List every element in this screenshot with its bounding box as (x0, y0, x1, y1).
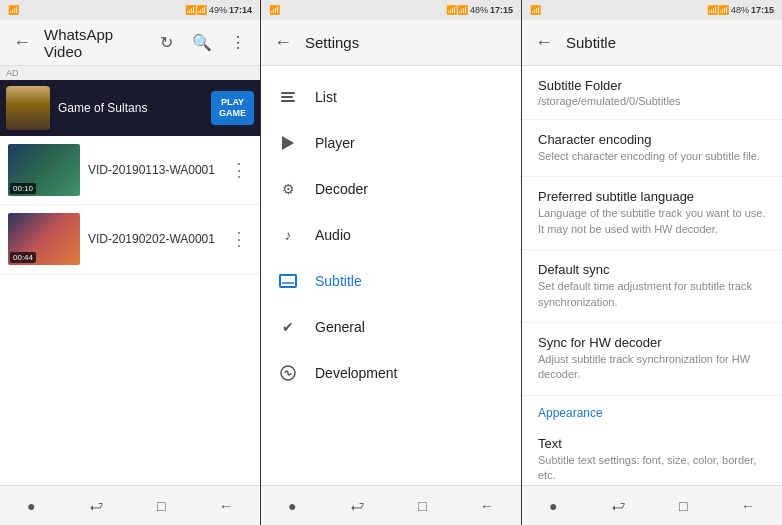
preferred-lang-item[interactable]: Preferred subtitle language Language of … (522, 177, 782, 250)
settings-label-decoder: Decoder (315, 181, 368, 197)
text-title: Text (538, 436, 766, 451)
char-encoding-desc: Select character encoding of your subtit… (538, 149, 766, 164)
subtitle-icon (277, 270, 299, 292)
status-bar-3: 📶 📶📶 48% 17:15 (522, 0, 782, 20)
nav-recent-2[interactable]: ⮐ (342, 490, 372, 522)
subtitle-panel: 📶 📶📶 48% 17:15 ← Subtitle Subtitle Folde… (522, 0, 782, 525)
battery-2: 48% (470, 5, 488, 15)
appearance-header: Appearance (522, 396, 782, 424)
battery-1: 49% (209, 5, 227, 15)
preferred-lang-title: Preferred subtitle language (538, 189, 766, 204)
nav-back-2[interactable]: ← (472, 490, 502, 522)
settings-item-general[interactable]: ✔ General (261, 304, 521, 350)
ad-banner: AD (0, 66, 260, 80)
nav-square-1[interactable]: □ (149, 490, 173, 522)
video-item-1[interactable]: 00:10 VID-20190113-WA0001 ⋮ (0, 136, 260, 205)
text-desc: Subtitle text settings: font, size, colo… (538, 453, 766, 484)
signal-icon-1: 📶📶 (185, 5, 207, 15)
hw-sync-item[interactable]: Sync for HW decoder Adjust subtitle trac… (522, 323, 782, 396)
top-bar-1: ← WhatsApp Video ↻ 🔍 ⋮ (0, 20, 260, 66)
dev-icon (277, 362, 299, 384)
video-more-2[interactable]: ⋮ (226, 224, 252, 254)
music-icon: ♪ (277, 224, 299, 246)
play-game-button[interactable]: PLAYGAME (211, 91, 254, 125)
settings-item-player[interactable]: Player (261, 120, 521, 166)
page-title-1: WhatsApp Video (44, 26, 144, 60)
video-duration-2: 00:44 (10, 252, 36, 263)
status-bar-1: 📶 📶📶 49% 17:14 (0, 0, 260, 20)
game-thumb-image (6, 86, 50, 130)
bottom-nav-3: ● ⮐ □ ← (522, 485, 782, 525)
settings-label-audio: Audio (315, 227, 351, 243)
back-button-1[interactable]: ← (8, 29, 36, 57)
nav-home-1[interactable]: ● (19, 490, 43, 522)
video-name-2: VID-20190202-WA0001 (88, 232, 218, 246)
top-bar-2: ← Settings (261, 20, 521, 66)
game-info: Game of Sultans (58, 101, 203, 115)
page-title-2: Settings (305, 34, 513, 51)
subtitle-folder-title: Subtitle Folder (538, 78, 766, 93)
settings-label-list: List (315, 89, 337, 105)
nav-square-2[interactable]: □ (410, 490, 434, 522)
back-button-3[interactable]: ← (530, 29, 558, 57)
default-sync-title: Default sync (538, 262, 766, 277)
nav-home-3[interactable]: ● (541, 490, 565, 522)
subtitle-folder-item[interactable]: Subtitle Folder /storage/emulated/0/Subt… (522, 66, 782, 120)
text-item[interactable]: Text Subtitle text settings: font, size,… (522, 424, 782, 485)
status-left: 📶 (8, 5, 19, 15)
ad-label: AD (6, 68, 19, 78)
status-right-3: 📶📶 48% 17:15 (707, 5, 774, 15)
more-button-1[interactable]: ⋮ (224, 29, 252, 57)
game-name: Game of Sultans (58, 101, 203, 115)
whatsapp-panel: 📶 📶📶 49% 17:14 ← WhatsApp Video ↻ 🔍 ⋮ AD… (0, 0, 261, 525)
settings-item-list[interactable]: List (261, 74, 521, 120)
nav-back-3[interactable]: ← (733, 490, 763, 522)
settings-label-general: General (315, 319, 365, 335)
video-item-2[interactable]: 00:44 VID-20190202-WA0001 ⋮ (0, 205, 260, 274)
subtitle-folder-value: /storage/emulated/0/Subtitles (538, 95, 766, 107)
hw-sync-desc: Adjust subtitle track synchronization fo… (538, 352, 766, 383)
hw-sync-title: Sync for HW decoder (538, 335, 766, 350)
default-sync-item[interactable]: Default sync Set default time adjustment… (522, 250, 782, 323)
settings-item-audio[interactable]: ♪ Audio (261, 212, 521, 258)
settings-label-player: Player (315, 135, 355, 151)
nav-home-2[interactable]: ● (280, 490, 304, 522)
time-2: 17:15 (490, 5, 513, 15)
char-encoding-item[interactable]: Character encoding Select character enco… (522, 120, 782, 177)
status-right-1: 📶📶 49% 17:14 (185, 5, 252, 15)
check-icon: ✔ (277, 316, 299, 338)
signal-icon-2: 📶📶 (446, 5, 468, 15)
play-icon (277, 132, 299, 154)
settings-label-subtitle: Subtitle (315, 273, 362, 289)
settings-label-development: Development (315, 365, 398, 381)
game-thumbnail (6, 86, 50, 130)
status-right-2: 📶📶 48% 17:15 (446, 5, 513, 15)
page-title-3: Subtitle (566, 34, 774, 51)
settings-item-decoder[interactable]: ⚙ Decoder (261, 166, 521, 212)
preferred-lang-desc: Language of the subtitle track you want … (538, 206, 766, 237)
svg-rect-0 (280, 275, 296, 287)
nav-back-1[interactable]: ← (211, 490, 241, 522)
back-button-2[interactable]: ← (269, 29, 297, 57)
subtitle-content: Subtitle Folder /storage/emulated/0/Subt… (522, 66, 782, 485)
video-thumb-1: 00:10 (8, 144, 80, 196)
nav-square-3[interactable]: □ (671, 490, 695, 522)
nav-recent-3[interactable]: ⮐ (603, 490, 633, 522)
search-button[interactable]: 🔍 (188, 29, 216, 57)
settings-panel: 📶 📶📶 48% 17:15 ← Settings List Player (261, 0, 522, 525)
signal-icon-3: 📶📶 (707, 5, 729, 15)
time-3: 17:15 (751, 5, 774, 15)
video-more-1[interactable]: ⋮ (226, 155, 252, 185)
nav-recent-1[interactable]: ⮐ (81, 490, 111, 522)
top-bar-3: ← Subtitle (522, 20, 782, 66)
bottom-nav-2: ● ⮐ □ ← (261, 485, 521, 525)
video-duration-1: 00:10 (10, 183, 36, 194)
game-banner[interactable]: Game of Sultans PLAYGAME (0, 80, 260, 136)
settings-item-development[interactable]: Development (261, 350, 521, 396)
settings-item-subtitle[interactable]: Subtitle (261, 258, 521, 304)
refresh-button[interactable]: ↻ (152, 29, 180, 57)
status-left-3: 📶 (530, 5, 541, 15)
settings-list: List Player ⚙ Decoder ♪ Audio (261, 66, 521, 485)
char-encoding-title: Character encoding (538, 132, 766, 147)
battery-3: 48% (731, 5, 749, 15)
